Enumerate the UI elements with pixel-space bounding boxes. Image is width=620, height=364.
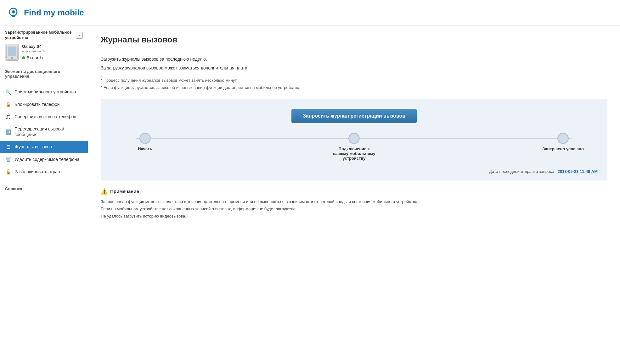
status-dot [22,56,25,59]
logo-icon [6,6,20,19]
remote-section: Элементы дистанционного управления [0,64,88,86]
remote-controls-title: Элементы дистанционного управления [5,69,83,79]
device-image [5,44,19,61]
desc-line1: Загрузить журналы вызовов за последнюю н… [101,56,607,63]
step-label-connect: Подключение к вашему мобильному устройст… [332,146,376,161]
call-icon: 🎵 [5,114,11,120]
step-connect: Подключение к вашему мобильному устройст… [332,133,376,161]
device-status: В сети ↻ [22,55,83,60]
note-section: ⚠️ Примечание Запрошенная функция может … [101,188,607,220]
step-circle-done [557,133,569,144]
sidebar-divider [10,82,78,82]
note-body-line1: Запрошенная функция может выполняться в … [101,198,607,205]
sidebar-item-label: Переадресация вызова/сообщения [14,126,83,137]
last-request-prefix: Дата последней отправки запроса : [489,169,558,174]
unlock-icon: 🔓 [5,169,11,175]
device-name: Galaxy S4 [22,44,83,49]
note-header: ⚠️ Примечание [101,188,607,195]
lock-icon: 🔒 [5,101,11,108]
step-label-start: Начать [138,146,152,151]
note-title: Примечание [110,189,139,194]
sidebar-item-lock[interactable]: 🔒 Блокировать телефон [0,98,88,111]
device-section-title: Зарегистрированное мобильное устройство [5,30,76,41]
warning-icon: ⚠️ [101,188,108,195]
sidebar-item-delete[interactable]: 🗑️ Удалить содержимое телефона [0,153,88,166]
header: Find my mobile [0,0,620,25]
svg-point-1 [12,10,15,14]
sidebar-item-label: Блокировать телефон [14,102,60,107]
sidebar-item-label: Журналы вызовов [14,144,52,150]
last-request-row: Дата последней отправки запроса : 2013-0… [110,166,598,174]
help-title: Справка [5,186,83,191]
sidebar: Зарегистрированное мобильное устройство … [0,25,88,364]
device-details: Galaxy S4 ••••• •••••••••• ✎ В сети ↻ [22,44,83,60]
expand-device-button[interactable]: › [76,32,83,39]
refresh-icon[interactable]: ↻ [40,55,43,60]
sidebar-item-label: Разблокировать экран [14,169,60,174]
sidebar-item-logs[interactable]: ☰ Журналы вызовов [0,141,88,153]
device-section: Зарегистрированное мобильное устройство … [0,25,88,64]
note-body-line2: Если на мобильном устройстве нет сохране… [101,205,607,212]
device-info: Galaxy S4 ••••• •••••••••• ✎ В сети ↻ [5,44,83,61]
request-log-button[interactable]: Запросить журнал регистрации вызовов [291,109,417,123]
note-body: Запрошенная функция может выполняться в … [101,198,607,220]
sidebar-item-label: Поиск мобильного устройства [14,89,76,95]
note-line2: * Если функция запускается, запись об ис… [101,84,607,91]
step-start: Начать [123,133,167,151]
search-icon: 🔍 [5,89,11,95]
redirect-icon: ➡️ [5,129,11,135]
sidebar-item-find[interactable]: 🔍 Поиск мобильного устройства [0,86,88,98]
desc-line2: За загрузку журналов вызовов может взима… [101,64,607,71]
note-lines: * Процесс получения журналов вызовов мож… [101,77,607,91]
svg-rect-3 [8,47,16,56]
step-done: Завершено успешно [541,133,585,151]
page-title: Журналы вызовов [101,35,607,49]
note-line1: * Процесс получения журналов вызовов мож… [101,77,607,84]
note-body-line3: Не удалось загрузить историю видеовызова… [101,212,607,220]
sidebar-item-call[interactable]: 🎵 Совершить вызов на телефон [0,111,88,123]
help-section: Справка [0,181,88,193]
edit-icon[interactable]: ✎ [43,50,46,54]
device-section-header: Зарегистрированное мобильное устройство … [5,30,83,41]
step-circle-start [139,133,151,144]
sidebar-item-redirect[interactable]: ➡️ Переадресация вызова/сообщения [0,123,88,141]
app-title: Find my mobile [24,8,84,18]
main-content: Журналы вызовов Загрузить журналы вызово… [88,25,620,364]
nav-list: 🔍 Поиск мобильного устройства 🔒 Блокиров… [0,86,88,178]
layout: Зарегистрированное мобильное устройство … [0,25,620,364]
sidebar-item-unlock[interactable]: 🔓 Разблокировать экран [0,166,88,178]
device-id: ••••• •••••••••• ✎ [22,50,83,54]
delete-icon: 🗑️ [5,156,11,163]
sidebar-item-label: Удалить содержимое телефона [14,157,79,162]
progress-bar: Начать Подключение к вашему мобильному у… [123,133,585,161]
last-request-date: 2013-05-23 11:49 AM [558,169,598,174]
logs-icon: ☰ [5,144,11,150]
sidebar-item-label: Совершить вызов на телефон [14,114,76,119]
svg-point-4 [11,57,13,59]
step-label-done: Завершено успешно [542,146,584,151]
action-panel: Запросить журнал регистрации вызовов Нач… [101,99,607,180]
step-circle-connect [348,133,360,144]
